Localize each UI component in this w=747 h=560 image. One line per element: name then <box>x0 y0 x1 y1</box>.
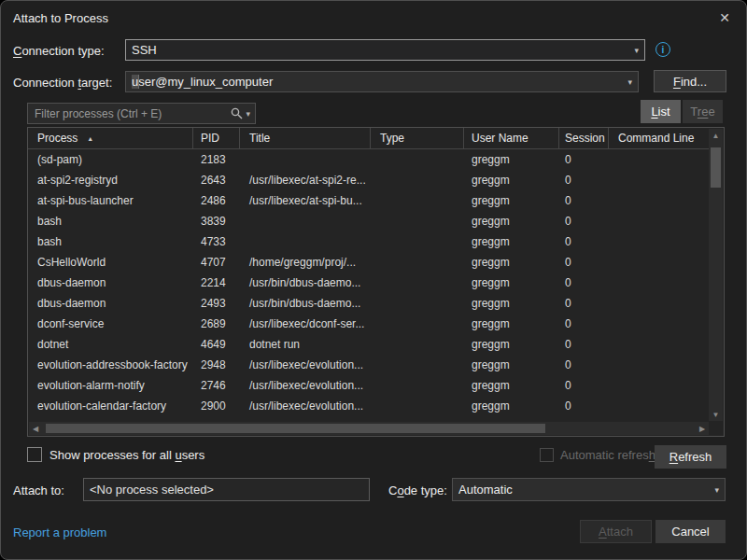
table-row[interactable]: evolution-alarm-notify 2746 /usr/libexec… <box>28 375 709 396</box>
code-type-combobox[interactable]: Automatic ▾ <box>452 478 726 501</box>
column-header-username[interactable]: User Name <box>464 128 559 148</box>
table-row[interactable]: (sd-pam) 2183 greggm 0 <box>28 149 709 170</box>
column-header-commandline[interactable]: Command Line <box>609 128 709 148</box>
report-problem-link[interactable]: Report a problem <box>13 525 106 539</box>
chevron-down-icon: ▾ <box>634 46 639 55</box>
search-icon[interactable] <box>231 107 243 119</box>
chevron-down-icon: ▾ <box>714 485 719 495</box>
scroll-right-icon[interactable]: ▶ <box>696 422 709 435</box>
table-row[interactable]: dconf-service 2689 /usr/libexec/dconf-se… <box>28 314 709 334</box>
filter-box: ▾ <box>27 103 256 124</box>
column-header-type[interactable]: Type <box>371 128 464 148</box>
column-header-session[interactable]: Session <box>559 128 609 148</box>
attach-button[interactable]: Attach <box>580 520 652 543</box>
cancel-button[interactable]: Cancel <box>655 520 726 543</box>
table-body: (sd-pam) 2183 greggm 0 at-spi2-registryd… <box>28 149 709 422</box>
table-row[interactable]: dbus-daemon 2214 /usr/bin/dbus-daemo... … <box>28 273 709 293</box>
column-header-pid[interactable]: PID <box>193 128 240 148</box>
filter-input[interactable] <box>33 106 229 121</box>
connection-type-label: Connection type: <box>13 44 105 58</box>
connection-type-combobox[interactable]: SSH ▾ <box>125 39 645 61</box>
table-row[interactable]: evolution-calendar-factory 2900 /usr/lib… <box>28 396 709 416</box>
tree-view-button[interactable]: Tree <box>683 100 723 123</box>
code-type-value: Automatic <box>458 483 711 497</box>
column-header-process[interactable]: Process ▲ <box>28 128 193 148</box>
vertical-scrollbar-thumb[interactable] <box>711 147 721 188</box>
vertical-scrollbar[interactable]: ▲ ▼ <box>709 129 723 421</box>
process-table: Process ▲ PID Title Type User Name Sessi… <box>27 127 725 437</box>
table-row[interactable]: dotnet 4649 dotnet run greggm 0 <box>28 334 709 355</box>
table-row[interactable]: dbus-daemon 2493 /usr/bin/dbus-daemo... … <box>28 293 709 314</box>
close-icon[interactable]: ✕ <box>715 8 734 27</box>
column-header-title[interactable]: Title <box>240 128 371 148</box>
code-type-label: Code type: <box>388 483 447 497</box>
attach-to-field[interactable]: <No process selected> <box>83 478 370 501</box>
connection-target-label: Connection target: <box>13 76 112 90</box>
find-button[interactable]: Find... <box>654 70 726 92</box>
info-icon[interactable]: i <box>655 42 670 57</box>
show-all-users-label: Show processes for all users <box>49 448 204 462</box>
table-header-row: Process ▲ PID Title Type User Name Sessi… <box>28 128 709 149</box>
page-title: Attach to Process <box>13 11 108 25</box>
scroll-left-icon[interactable]: ◀ <box>29 422 42 435</box>
connection-target-value: user@my_linux_computer <box>132 75 624 89</box>
chevron-down-icon[interactable]: ▾ <box>246 109 250 119</box>
list-view-button[interactable]: List <box>641 100 681 123</box>
table-row[interactable]: at-spi2-registryd 2643 /usr/libexec/at-s… <box>28 170 709 190</box>
refresh-button[interactable]: Refresh <box>655 445 726 469</box>
show-all-users-checkbox[interactable] <box>27 447 42 462</box>
automatic-refresh-label: Automatic refresh <box>560 448 655 462</box>
table-row[interactable]: evolution-addressbook-factory 2948 /usr/… <box>28 355 709 375</box>
scroll-up-icon[interactable]: ▲ <box>709 129 723 142</box>
horizontal-scrollbar[interactable]: ◀ ▶ <box>29 422 709 435</box>
table-row[interactable]: bash 3839 greggm 0 <box>28 211 709 231</box>
table-row[interactable]: at-spi-bus-launcher 2486 /usr/libexec/at… <box>28 190 709 211</box>
automatic-refresh-checkbox <box>540 448 554 462</box>
table-row[interactable]: CsHelloWorld 4707 /home/greggm/proj/... … <box>28 252 709 273</box>
connection-target-combobox[interactable]: user@my_linux_computer ▾ <box>125 71 639 92</box>
attach-to-label: Attach to: <box>13 483 64 497</box>
scroll-down-icon[interactable]: ▼ <box>709 408 723 421</box>
sort-ascending-icon: ▲ <box>87 135 93 142</box>
horizontal-scrollbar-thumb[interactable] <box>46 424 545 433</box>
connection-type-value: SSH <box>132 43 630 57</box>
table-row[interactable]: bash 4733 greggm 0 <box>28 231 709 252</box>
chevron-down-icon: ▾ <box>627 77 632 87</box>
attach-to-process-dialog: Attach to Process ✕ Connection type: SSH… <box>0 0 747 560</box>
